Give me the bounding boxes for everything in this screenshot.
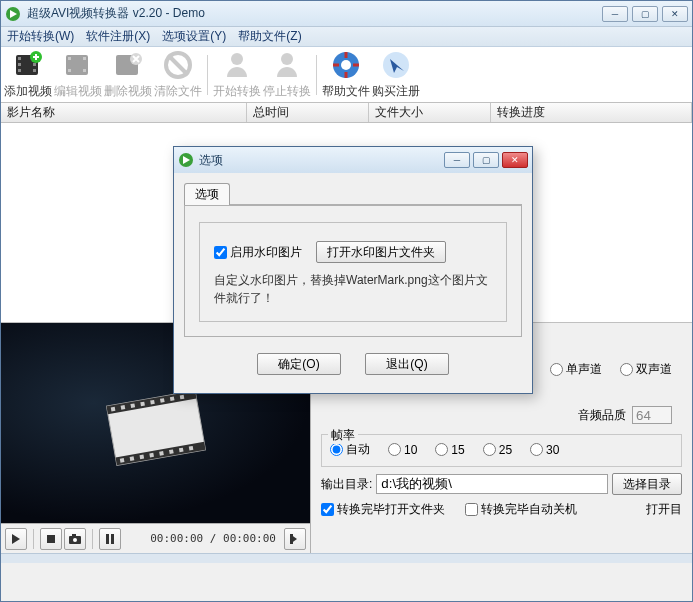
- cancel-button[interactable]: 退出(Q): [365, 353, 449, 375]
- col-progress[interactable]: 转换进度: [491, 103, 692, 122]
- fr-15-label: 15: [451, 443, 464, 457]
- framerate-title: 帧率: [328, 427, 358, 444]
- toolbar-separator: [207, 55, 208, 95]
- svg-rect-40: [179, 448, 184, 453]
- fr-10-label: 10: [404, 443, 417, 457]
- radio-stereo[interactable]: 双声道: [620, 361, 672, 378]
- svg-rect-32: [170, 396, 175, 401]
- stop-button[interactable]: [40, 528, 62, 550]
- help-icon: [330, 49, 362, 81]
- tb-clear-files[interactable]: 清除文件: [153, 49, 203, 100]
- checks-row: 转换完毕打开文件夹 转换完毕自动关机 打开目: [321, 499, 682, 518]
- tb-stop-label: 停止转换: [263, 83, 311, 100]
- svg-rect-47: [111, 534, 114, 544]
- fr-30-label: 30: [546, 443, 559, 457]
- svg-point-45: [73, 538, 77, 542]
- fr-30[interactable]: 30: [530, 443, 559, 457]
- tb-stop-convert[interactable]: 停止转换: [262, 49, 312, 100]
- tb-help-label: 帮助文件: [322, 83, 370, 100]
- window-title: 超级AVI视频转换器 v2.20 - Demo: [27, 5, 602, 22]
- svg-rect-29: [140, 402, 145, 407]
- tb-help-file[interactable]: 帮助文件: [321, 49, 371, 100]
- svg-rect-35: [130, 456, 135, 461]
- svg-rect-7: [33, 69, 36, 72]
- pause-button[interactable]: [99, 528, 121, 550]
- dlg-maximize-button[interactable]: ▢: [473, 152, 499, 168]
- tb-start-convert[interactable]: 开始转换: [212, 49, 262, 100]
- svg-rect-30: [150, 400, 155, 405]
- preview-controls: 00:00:00 / 00:00:00: [1, 523, 310, 553]
- status-strip: [1, 553, 692, 563]
- close-button[interactable]: ✕: [662, 6, 688, 22]
- tab-pane: 启用水印图片 打开水印图片文件夹 自定义水印图片，替换掉WaterMark.pn…: [184, 205, 522, 337]
- chk-enable-watermark[interactable]: 启用水印图片: [214, 244, 302, 261]
- dialog-titlebar: 选项 ─ ▢ ✕: [174, 147, 532, 173]
- svg-rect-39: [169, 449, 174, 454]
- svg-rect-46: [106, 534, 109, 544]
- chk-shutdown[interactable]: 转换完毕自动关机: [465, 501, 577, 518]
- tb-buy-register[interactable]: 购买注册: [371, 49, 421, 100]
- audio-quality-label: 音频品质: [578, 407, 626, 424]
- svg-rect-34: [120, 458, 125, 463]
- main-titlebar: 超级AVI视频转换器 v2.20 - Demo ─ ▢ ✕: [1, 1, 692, 27]
- film-edit-icon: [62, 49, 94, 81]
- watermark-hint: 自定义水印图片，替换掉WaterMark.png这个图片文件就行了！: [214, 271, 492, 307]
- svg-line-17: [168, 55, 188, 75]
- dlg-minimize-button[interactable]: ─: [444, 152, 470, 168]
- toolbar-separator-2: [316, 55, 317, 95]
- tb-add-video[interactable]: 添加视频: [3, 49, 53, 100]
- ok-button[interactable]: 确定(O): [257, 353, 341, 375]
- ctrl-sep-2: [92, 529, 93, 549]
- tb-start-label: 开始转换: [213, 83, 261, 100]
- options-dialog: 选项 ─ ▢ ✕ 选项 启用水印图片 打开水印图片文件夹 自定义水印图片，替换掉…: [173, 146, 533, 394]
- chk-open-after[interactable]: 转换完毕打开文件夹: [321, 501, 445, 518]
- browse-button[interactable]: 选择目录: [612, 473, 682, 495]
- stereo-label: 双声道: [636, 361, 672, 378]
- film-delete-icon: [112, 49, 144, 81]
- open-watermark-folder-button[interactable]: 打开水印图片文件夹: [316, 241, 446, 263]
- mark-in-button[interactable]: [284, 528, 306, 550]
- menu-start[interactable]: 开始转换(W): [7, 28, 74, 45]
- svg-rect-28: [130, 403, 135, 408]
- svg-rect-12: [83, 57, 86, 60]
- col-name[interactable]: 影片名称: [1, 103, 247, 122]
- svg-rect-4: [18, 69, 21, 72]
- svg-rect-41: [189, 446, 194, 451]
- menu-help[interactable]: 帮助文件(Z): [238, 28, 301, 45]
- output-path-input[interactable]: [376, 474, 608, 494]
- col-size[interactable]: 文件大小: [369, 103, 491, 122]
- film-add-icon: [12, 49, 44, 81]
- svg-rect-2: [18, 57, 21, 60]
- menu-options[interactable]: 选项设置(Y): [162, 28, 226, 45]
- svg-rect-27: [121, 405, 126, 410]
- tb-delete-video[interactable]: 删除视频: [103, 49, 153, 100]
- chk-shutdown-label: 转换完毕自动关机: [481, 501, 577, 518]
- svg-rect-26: [111, 407, 116, 412]
- dialog-buttons: 确定(O) 退出(Q): [184, 337, 522, 383]
- svg-rect-38: [159, 451, 164, 456]
- cursor-buy-icon: [380, 49, 412, 81]
- fr-15[interactable]: 15: [435, 443, 464, 457]
- tb-edit-video[interactable]: 编辑视频: [53, 49, 103, 100]
- tb-buy-label: 购买注册: [372, 83, 420, 100]
- svg-point-19: [281, 53, 293, 65]
- snapshot-button[interactable]: [64, 528, 86, 550]
- fr-25[interactable]: 25: [483, 443, 512, 457]
- tb-edit-label: 编辑视频: [54, 83, 102, 100]
- svg-rect-6: [33, 63, 36, 66]
- radio-mono[interactable]: 单声道: [550, 361, 602, 378]
- minimize-button[interactable]: ─: [602, 6, 628, 22]
- fr-25-label: 25: [499, 443, 512, 457]
- menu-register[interactable]: 软件注册(X): [86, 28, 150, 45]
- menubar: 开始转换(W) 软件注册(X) 选项设置(Y) 帮助文件(Z): [1, 27, 692, 47]
- maximize-button[interactable]: ▢: [632, 6, 658, 22]
- audio-quality-input: [632, 406, 672, 424]
- open-dir-link[interactable]: 打开目: [646, 501, 682, 518]
- dlg-close-button[interactable]: ✕: [502, 152, 528, 168]
- tab-options[interactable]: 选项: [184, 183, 230, 205]
- col-duration[interactable]: 总时间: [247, 103, 369, 122]
- output-row: 输出目录: 选择目录: [321, 471, 682, 495]
- fr-10[interactable]: 10: [388, 443, 417, 457]
- play-button[interactable]: [5, 528, 27, 550]
- dialog-icon: [178, 152, 194, 168]
